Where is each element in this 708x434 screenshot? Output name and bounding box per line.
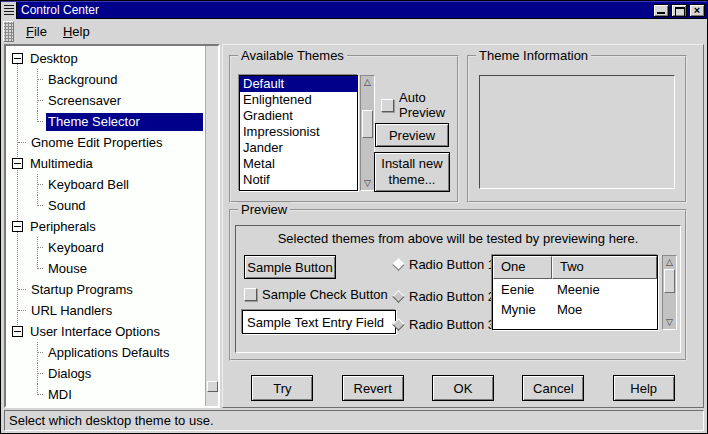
auto-preview-checkbox[interactable] xyxy=(381,99,394,112)
tree-scrollbar[interactable] xyxy=(205,46,218,406)
sidebar-item-url-handlers[interactable]: URL Handlers xyxy=(6,300,203,321)
scrollbar-thumb[interactable] xyxy=(362,110,373,138)
sidebar-item-theme-selector[interactable]: Theme Selector xyxy=(6,111,203,132)
menu-help[interactable]: Help xyxy=(57,22,96,41)
sample-check-label: Sample Check Button xyxy=(262,287,388,302)
sidebar-item-screensaver[interactable]: Screensaver xyxy=(6,90,203,111)
sidebar-item-startup-programs[interactable]: Startup Programs xyxy=(6,279,203,300)
ok-button[interactable]: OK xyxy=(432,375,494,401)
titlebar[interactable]: Control Center × xyxy=(1,1,707,19)
sidebar-item-mdi[interactable]: MDI xyxy=(6,384,203,405)
radio-icon xyxy=(392,290,405,303)
theme-item-enlightened[interactable]: Enlightened xyxy=(240,92,357,108)
radio-button-3[interactable]: Radio Button 3 xyxy=(394,317,495,332)
sidebar-item-applications-defaults[interactable]: Applications Defaults xyxy=(6,342,203,363)
table-row[interactable]: Eenie Meenie xyxy=(493,279,657,299)
window-title: Control Center xyxy=(21,3,99,18)
sidebar-item-keyboard-bell[interactable]: Keyboard Bell xyxy=(6,174,203,195)
sample-text-entry[interactable] xyxy=(242,310,396,334)
tree-collapse-icon[interactable] xyxy=(12,221,23,232)
sidebar-item-sound[interactable]: Sound xyxy=(6,195,203,216)
sidebar-item-gnome-edit-properties[interactable]: Gnome Edit Properties xyxy=(6,132,203,153)
preview-panel: Selected themes from above will be teste… xyxy=(235,225,681,353)
scroll-down-icon[interactable]: ▽ xyxy=(361,177,374,190)
sidebar-item-multimedia[interactable]: Multimedia xyxy=(6,153,203,174)
theme-information-frame: Theme Information xyxy=(467,55,687,203)
sidebar-item-desktop[interactable]: Desktop xyxy=(6,48,203,69)
status-bar: Select which desktop theme to use. xyxy=(4,410,704,431)
sidebar-item-dialogs[interactable]: Dialogs xyxy=(6,363,203,384)
theme-information-box xyxy=(479,75,675,189)
maximize-button[interactable] xyxy=(671,4,687,17)
column-header-one[interactable]: One xyxy=(493,256,552,279)
theme-list-scrollbar[interactable]: △ ▽ xyxy=(360,75,375,191)
category-tree-panel: Desktop Background Screensaver Theme Sel… xyxy=(4,44,220,408)
tree-collapse-icon[interactable] xyxy=(12,53,23,64)
try-button[interactable]: Try xyxy=(251,375,313,401)
theme-item-gradient[interactable]: Gradient xyxy=(240,108,357,124)
action-button-row: Try Revert OK Cancel Help xyxy=(223,375,703,401)
theme-information-label: Theme Information xyxy=(476,48,591,63)
install-new-theme-button[interactable]: Install new theme... xyxy=(374,152,450,192)
sidebar-item-background[interactable]: Background xyxy=(6,69,203,90)
available-themes-label: Available Themes xyxy=(238,48,347,63)
sample-button[interactable]: Sample Button xyxy=(244,255,336,279)
window-menu-button[interactable] xyxy=(1,2,17,19)
menu-file[interactable]: File xyxy=(20,22,53,41)
window-menu-icon xyxy=(4,5,14,16)
capplet-panel: Available Themes Default Enlightened Gra… xyxy=(222,44,704,408)
theme-list: Default Enlightened Gradient Impressioni… xyxy=(239,75,358,191)
menubar: File Help xyxy=(1,19,707,44)
radio-selected-icon xyxy=(392,258,405,271)
revert-button[interactable]: Revert xyxy=(342,375,404,401)
preview-button[interactable]: Preview xyxy=(375,123,449,147)
sample-table-scrollbar[interactable]: △ ▽ xyxy=(662,255,677,330)
cancel-button[interactable]: Cancel xyxy=(522,375,584,401)
sidebar-item-mouse[interactable]: Mouse xyxy=(6,258,203,279)
auto-preview-label: Auto Preview xyxy=(399,90,457,120)
sample-table: One Two Eenie Meenie Mynie Moe xyxy=(492,255,658,330)
radio-button-2[interactable]: Radio Button 2 xyxy=(394,289,495,304)
theme-item-notif[interactable]: Notif xyxy=(240,172,357,188)
theme-item-default[interactable]: Default xyxy=(240,76,357,92)
scroll-down-icon[interactable]: ▽ xyxy=(663,316,676,329)
preview-label: Preview xyxy=(238,202,290,217)
scroll-up-icon[interactable]: △ xyxy=(361,76,374,89)
tree-scrollbar-stepper[interactable] xyxy=(207,381,218,392)
preview-instruction: Selected themes from above will be teste… xyxy=(236,231,680,246)
table-row[interactable]: Mynie Moe xyxy=(493,299,657,319)
close-button[interactable]: × xyxy=(689,4,705,17)
sidebar-item-peripherals[interactable]: Peripherals xyxy=(6,216,203,237)
menubar-drag-handle[interactable] xyxy=(3,21,14,42)
available-themes-frame: Available Themes Default Enlightened Gra… xyxy=(229,55,459,203)
theme-item-metal[interactable]: Metal xyxy=(240,156,357,172)
sidebar-item-user-interface-options[interactable]: User Interface Options xyxy=(6,321,203,342)
radio-button-1[interactable]: Radio Button 1 xyxy=(394,257,495,272)
theme-item-jander[interactable]: Jander xyxy=(240,140,357,156)
sidebar-item-keyboard[interactable]: Keyboard xyxy=(6,237,203,258)
sample-check-button[interactable]: Sample Check Button xyxy=(244,287,388,302)
theme-item-impressionist[interactable]: Impressionist xyxy=(240,124,357,140)
minimize-button[interactable] xyxy=(653,4,669,17)
control-center-window: Control Center × File Help Desktop Backg… xyxy=(0,0,708,434)
scrollbar-thumb[interactable] xyxy=(664,269,675,293)
scroll-up-icon[interactable]: △ xyxy=(663,256,676,269)
preview-frame: Preview Selected themes from above will … xyxy=(229,209,687,361)
check-icon xyxy=(244,288,257,301)
tree-collapse-icon[interactable] xyxy=(12,326,23,337)
radio-icon xyxy=(392,318,405,331)
tree-collapse-icon[interactable] xyxy=(12,158,23,169)
help-button[interactable]: Help xyxy=(613,375,675,401)
column-header-two[interactable]: Two xyxy=(552,256,657,279)
category-tree: Desktop Background Screensaver Theme Sel… xyxy=(6,48,203,406)
